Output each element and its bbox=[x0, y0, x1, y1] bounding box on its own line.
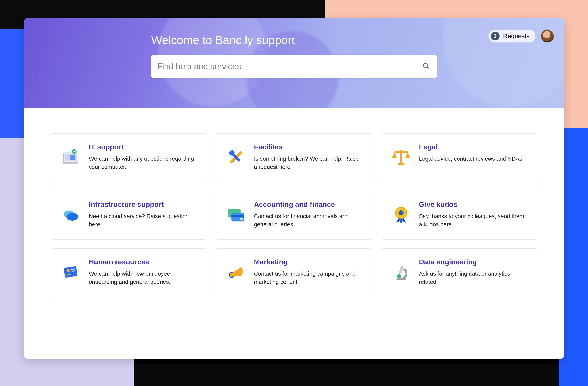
megaphone-icon bbox=[225, 258, 248, 287]
search-icon bbox=[422, 62, 430, 71]
card-legal[interactable]: Legal Legal advice, contract reviews and… bbox=[381, 134, 537, 182]
requests-label: Requests bbox=[503, 33, 530, 40]
svg-rect-21 bbox=[64, 266, 78, 278]
avatar[interactable] bbox=[541, 29, 554, 43]
card-accounting[interactable]: Accounting and finance Contact us for fi… bbox=[216, 191, 372, 240]
svg-rect-11 bbox=[398, 163, 404, 165]
award-ribbon-icon bbox=[390, 200, 413, 229]
card-title: Facilites bbox=[254, 143, 363, 151]
category-grid: IT support We can help with any question… bbox=[51, 134, 537, 297]
svg-rect-16 bbox=[231, 215, 244, 217]
card-kudos[interactable]: Give kudos Say thanks to your colleagues… bbox=[381, 191, 537, 240]
card-it-support[interactable]: IT support We can help with any question… bbox=[51, 134, 207, 182]
card-title: Data engineering bbox=[419, 258, 528, 266]
card-infrastructure[interactable]: Infrastructure support Need a cloud serv… bbox=[51, 191, 207, 240]
card-desc: We can help with any questions regarding… bbox=[89, 155, 198, 171]
card-desc: Legal advice, contract reviews and NDAs bbox=[419, 155, 528, 163]
card-area: IT support We can help with any question… bbox=[23, 108, 565, 314]
svg-rect-15 bbox=[231, 213, 244, 222]
card-marketing[interactable]: Marketing Contact us for marketing campa… bbox=[216, 248, 372, 297]
svg-point-29 bbox=[397, 274, 401, 278]
svg-rect-4 bbox=[70, 155, 75, 160]
scales-icon bbox=[390, 143, 413, 172]
search-input[interactable] bbox=[157, 62, 422, 71]
card-title: Human resources bbox=[89, 258, 198, 266]
card-data-engineering[interactable]: Data engineering Ask us for anything dat… bbox=[381, 248, 537, 297]
credit-card-icon bbox=[225, 200, 248, 229]
support-portal-window: 2 Requests Welcome to Banc.ly support bbox=[23, 19, 565, 359]
svg-line-1 bbox=[427, 67, 429, 69]
card-desc: Contact us for marketing campaigns and m… bbox=[254, 270, 363, 286]
microscope-icon bbox=[390, 258, 413, 287]
requests-count-badge: 2 bbox=[491, 32, 500, 40]
svg-rect-5 bbox=[62, 162, 78, 164]
banner: 2 Requests Welcome to Banc.ly support bbox=[23, 19, 565, 108]
search-box[interactable] bbox=[151, 55, 437, 78]
cloud-icon bbox=[60, 200, 83, 229]
card-desc: We can help with new employee onboarding… bbox=[89, 270, 198, 286]
card-title: IT support bbox=[89, 143, 198, 151]
laptop-icon bbox=[60, 143, 83, 172]
card-title: Marketing bbox=[254, 258, 363, 266]
page-title: Welcome to Banc.ly support bbox=[151, 33, 437, 47]
card-title: Accounting and finance bbox=[254, 200, 363, 209]
card-title: Give kudos bbox=[419, 200, 528, 209]
card-title: Legal bbox=[419, 143, 528, 151]
id-card-icon bbox=[60, 258, 83, 287]
card-title: Infrastructure support bbox=[89, 200, 198, 209]
svg-point-13 bbox=[66, 213, 78, 221]
svg-rect-26 bbox=[230, 273, 233, 277]
requests-button[interactable]: 2 Requests bbox=[488, 30, 536, 43]
svg-rect-28 bbox=[399, 266, 404, 274]
card-desc: Ask us for anything data or analytics re… bbox=[419, 270, 528, 286]
card-desc: Is something broken? We can help. Raise … bbox=[254, 155, 363, 171]
svg-rect-17 bbox=[240, 218, 243, 220]
svg-point-6 bbox=[72, 149, 77, 154]
card-facilities[interactable]: Facilites Is something broken? We can he… bbox=[216, 134, 372, 182]
card-desc: Contact us for financial approvals and g… bbox=[254, 212, 363, 229]
tools-icon bbox=[225, 143, 248, 172]
card-desc: Say thanks to your colleagues, send them… bbox=[419, 212, 528, 229]
card-hr[interactable]: Human resources We can help with new emp… bbox=[51, 248, 207, 297]
card-desc: Need a cloud service? Raise a question h… bbox=[89, 212, 198, 229]
